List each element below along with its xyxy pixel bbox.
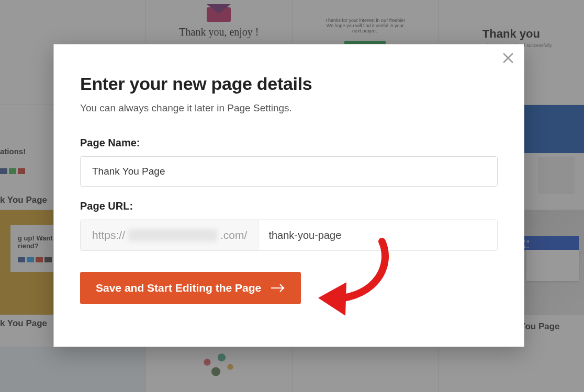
new-page-details-modal: Enter your new page details You can alwa… (53, 44, 524, 347)
save-button-label: Save and Start Editing the Page (96, 282, 261, 294)
close-button[interactable] (502, 52, 514, 64)
url-tld: .com/ (220, 229, 247, 241)
url-scheme: https:// (92, 229, 125, 241)
page-url-slug-input[interactable] (259, 220, 497, 250)
page-url-label: Page URL: (80, 200, 498, 212)
page-url-prefix: https:// .com/ (81, 220, 259, 250)
arrow-right-icon (271, 283, 285, 293)
page-name-input[interactable] (80, 156, 498, 187)
redacted-domain (128, 229, 217, 241)
page-name-label: Page Name: (80, 137, 498, 149)
page-url-row: https:// .com/ (80, 220, 498, 251)
close-icon (502, 52, 514, 64)
modal-title: Enter your new page details (80, 74, 498, 94)
modal-subtitle: You can always change it later in Page S… (80, 102, 498, 114)
save-and-edit-button[interactable]: Save and Start Editing the Page (80, 272, 301, 304)
